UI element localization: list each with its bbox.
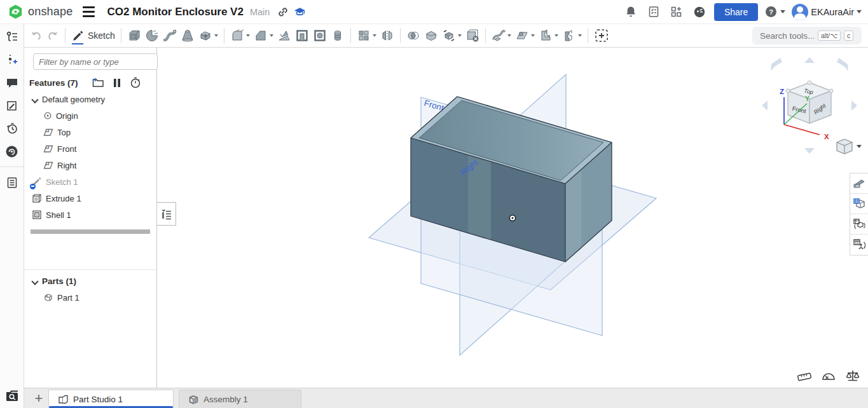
transform-dropdown-caret[interactable] [458, 34, 462, 37]
follow-mode-icon[interactable] [4, 144, 20, 159]
mass-properties-icon[interactable] [845, 369, 860, 383]
named-views-icon[interactable] [850, 194, 868, 214]
boolean-icon[interactable] [404, 27, 422, 44]
ai-advisor-icon[interactable] [691, 4, 708, 20]
thicken-dropdown-caret[interactable] [214, 34, 218, 37]
tree-item-right-plane[interactable]: Right [24, 157, 156, 173]
rollback-bar[interactable] [31, 229, 150, 234]
shell-icon[interactable] [311, 27, 329, 44]
tree-group-default-geometry[interactable]: Default geometry [24, 91, 156, 107]
tasks-icon[interactable] [645, 4, 662, 20]
thicken-icon[interactable] [196, 27, 220, 44]
sheet-metal-icon[interactable] [537, 27, 560, 44]
change-summary-icon[interactable] [4, 98, 20, 113]
versions-icon[interactable] [4, 52, 20, 67]
view-cube[interactable]: Top Front Right Z X Y [762, 57, 862, 154]
workspace-label[interactable]: Main [250, 7, 270, 17]
chamfer-dropdown-caret[interactable] [270, 34, 273, 37]
user-caret-icon [857, 10, 862, 13]
frame-dropdown-caret[interactable] [578, 34, 582, 37]
linear-pattern-icon[interactable] [355, 27, 378, 44]
loft-icon[interactable] [179, 27, 196, 44]
document-title[interactable]: CO2 Monitor Enclosure V2 [107, 6, 243, 18]
redo-button[interactable] [45, 29, 61, 43]
curve-icon[interactable] [490, 27, 513, 44]
draft-icon[interactable] [275, 27, 293, 44]
mirror-icon[interactable] [378, 27, 396, 44]
help-menu[interactable]: ? [764, 5, 785, 18]
tree-item-front-plane[interactable]: Front [24, 140, 156, 157]
fillet-icon[interactable] [228, 27, 252, 44]
graphics-viewport[interactable]: Front Right [157, 48, 868, 388]
tree-item-top-plane[interactable]: Top [24, 124, 156, 140]
hole-icon[interactable] [329, 27, 347, 44]
pause-updates-icon[interactable] [113, 78, 121, 88]
search-tools-input[interactable] [760, 31, 815, 41]
part-face-right-highlight [565, 170, 581, 262]
insert-derived-icon[interactable] [592, 27, 611, 44]
tab-assembly-1[interactable]: Assembly 1 [179, 390, 301, 408]
view-options-button[interactable] [837, 139, 862, 154]
assembly-icon [188, 394, 199, 405]
delete-part-icon[interactable] [464, 27, 481, 44]
extrude-icon[interactable] [125, 27, 143, 44]
document-tab-bar: + Part Studio 1 Assembly 1 [24, 388, 868, 408]
share-button[interactable]: Share [714, 3, 758, 21]
search-features-icon[interactable] [4, 388, 20, 404]
app-store-icon[interactable] [668, 4, 685, 20]
tree-item-shell1[interactable]: Shell 1 [24, 207, 156, 223]
sweep-icon[interactable] [161, 27, 179, 44]
tab-part-studio-1[interactable]: Part Studio 1 [48, 390, 174, 408]
feature-filter-input[interactable] [33, 53, 158, 70]
left-icon-strip [0, 24, 24, 408]
undo-button[interactable] [28, 29, 45, 43]
feature-timer-icon[interactable] [130, 77, 141, 88]
rib-icon[interactable] [293, 27, 311, 44]
plane-dropdown-caret[interactable] [531, 34, 535, 37]
chevron-down-icon[interactable] [32, 278, 38, 284]
split-icon[interactable] [422, 27, 440, 44]
chevron-down-icon[interactable] [32, 96, 38, 102]
pattern-dropdown-caret[interactable] [373, 34, 376, 37]
view-options-caret[interactable] [857, 145, 862, 148]
origin-marker[interactable] [509, 215, 515, 221]
tree-item-origin[interactable]: Origin [24, 107, 156, 124]
feature-list-panel-icon[interactable] [4, 29, 20, 44]
parts-header-row[interactable]: Parts (1) [24, 273, 156, 289]
sketch-icon [32, 176, 42, 188]
right-tool-rail [850, 173, 868, 255]
history-icon[interactable] [4, 121, 20, 136]
copy-link-icon[interactable] [275, 4, 291, 20]
chamfer-icon[interactable] [252, 27, 275, 44]
tree-item-part1[interactable]: Part 1 [24, 289, 156, 306]
configurations-panel-icon[interactable] [850, 235, 868, 255]
shell-feature-icon [32, 210, 42, 220]
feature-dialog-flyout-toggle[interactable] [157, 202, 176, 226]
protractor-icon[interactable] [821, 369, 836, 383]
comments-icon[interactable] [4, 75, 20, 90]
curve-dropdown-caret[interactable] [507, 34, 511, 37]
frame-icon[interactable] [560, 27, 584, 44]
new-tab-button[interactable]: + [29, 390, 48, 407]
display-states-icon[interactable] [850, 214, 868, 235]
appearance-panel-icon[interactable] [850, 173, 868, 194]
transform-icon[interactable] [440, 27, 464, 44]
main-menu-icon[interactable] [83, 4, 99, 20]
user-menu[interactable]: EKAuraAir [792, 4, 862, 20]
sketch-button[interactable]: Sketch [69, 27, 117, 44]
learning-center-icon[interactable] [291, 4, 308, 20]
notifications-bell-icon[interactable] [623, 4, 639, 20]
fillet-dropdown-caret[interactable] [246, 34, 250, 37]
create-folder-icon[interactable] [92, 78, 104, 88]
search-tools[interactable]: alt/⌥ c [752, 27, 862, 44]
tree-item-extrude1[interactable]: Extrude 1 [24, 190, 156, 207]
revolve-icon[interactable] [143, 27, 161, 44]
tab-label: Part Studio 1 [73, 395, 123, 404]
sheet-metal-dropdown-caret[interactable] [555, 34, 558, 37]
measure-icon[interactable] [797, 369, 812, 383]
plane-icon[interactable] [513, 27, 537, 44]
tree-item-sketch1[interactable]: Sketch 1 [24, 173, 156, 190]
shortcut-c-key: c [844, 31, 853, 41]
custom-tables-icon[interactable] [4, 175, 20, 190]
onshape-logo[interactable]: onshape [8, 4, 72, 20]
